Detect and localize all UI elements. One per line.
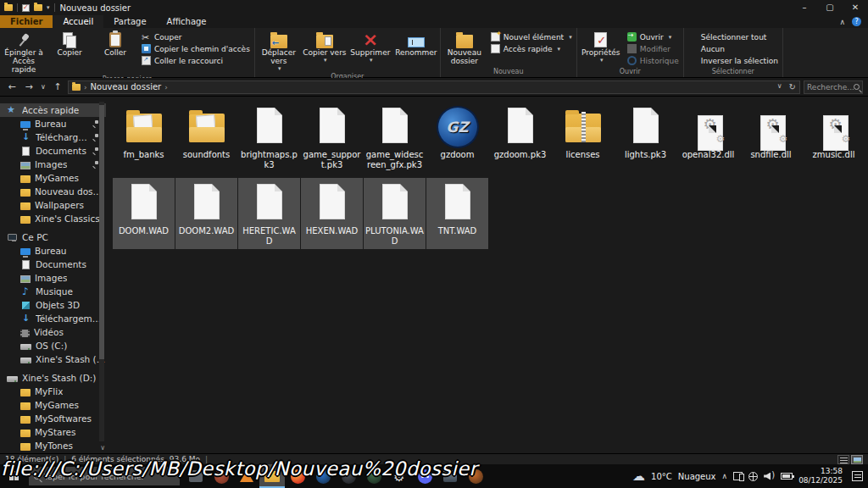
sidebar-item-mygames[interactable]: MyGames	[0, 171, 106, 185]
sidebar-scroll-down-icon[interactable]: ∨	[100, 444, 105, 452]
battery-icon[interactable]	[781, 473, 793, 480]
details-view-button[interactable]	[837, 455, 849, 464]
volume-icon[interactable]	[764, 472, 775, 481]
history-button[interactable]: Historique	[625, 55, 682, 66]
file-zmusic[interactable]: zmusic.dll	[803, 102, 865, 173]
invert-selection-button[interactable]: Inverser la sélection	[686, 55, 781, 66]
sidebar-scrollbar-thumb[interactable]	[99, 105, 104, 359]
file-fm-banks[interactable]: fm_banks	[113, 102, 175, 173]
tab-home[interactable]: Accueil	[53, 15, 103, 28]
sidebar-item-pc-telechargements[interactable]: Téléchargements	[0, 312, 106, 325]
sidebar-item-nouveau-dossier-2[interactable]: Nouveau dossier (2)	[0, 185, 106, 198]
sidebar-item-pc-images[interactable]: Images	[0, 271, 106, 285]
large-icons-view-button[interactable]	[851, 455, 863, 464]
sidebar-item-mysoftwares[interactable]: MySoftwares	[0, 412, 106, 425]
dll-icon	[812, 105, 856, 149]
refresh-icon[interactable]: ↻	[789, 82, 796, 92]
maximize-button[interactable]: ▢	[817, 0, 843, 15]
paste-button[interactable]: Coller	[93, 30, 137, 58]
sidebar-this-pc[interactable]: Ce PC	[0, 230, 106, 244]
help-icon[interactable]: ?	[852, 17, 861, 26]
sidebar-item-documents[interactable]: Documents	[0, 144, 106, 158]
new-folder-button[interactable]: Nouveau dossier	[442, 30, 487, 66]
file-gzdoom-pk3[interactable]: gzdoom.pk3	[489, 102, 551, 173]
easy-access-button[interactable]: Accès rapide	[488, 43, 575, 54]
sidebar-item-pc-bureau[interactable]: Bureau	[0, 244, 106, 258]
sidebar-item-xines-stash-d[interactable]: Xine's Stash (D:)	[0, 352, 106, 366]
sidebar-item-mystares[interactable]: MyStares	[0, 425, 106, 439]
copy-button[interactable]: Copier	[47, 30, 92, 58]
tab-share[interactable]: Partage	[103, 15, 156, 28]
hidden-icons-chevron[interactable]: ∧	[722, 472, 728, 480]
tab-view[interactable]: Affichage	[157, 15, 217, 28]
sidebar-item-images[interactable]: Images	[0, 158, 106, 171]
file-gzdoom-exe[interactable]: gzdoom	[426, 102, 488, 173]
sidebar-item-mygames-d[interactable]: MyGames	[0, 398, 106, 412]
file-sndfile[interactable]: sndfile.dll	[740, 102, 802, 173]
action-center-icon[interactable]	[852, 471, 863, 481]
delete-button[interactable]: Supprimer	[348, 30, 392, 64]
file-game-support[interactable]: game_support.pk3	[301, 102, 363, 173]
phone-link-icon[interactable]	[733, 472, 743, 480]
file-hexen-wad[interactable]: HEXEN.WAD	[301, 178, 363, 249]
new-folder-qat-icon[interactable]	[34, 4, 42, 11]
file-doom2-wad[interactable]: DOOM2.WAD	[175, 178, 237, 249]
network-icon[interactable]	[748, 472, 758, 481]
file-heretic-wad[interactable]: HERETIC.WAD	[238, 178, 300, 249]
back-icon[interactable]: ←	[5, 81, 19, 92]
sidebar-item-mytones[interactable]: MyTones	[0, 439, 106, 452]
taskbar-clock[interactable]: 13:58 08/12/2025	[798, 467, 843, 486]
copy-path-button[interactable]: Copier le chemin d'accès	[139, 43, 253, 54]
select-all-button[interactable]: Sélectionner tout	[686, 31, 781, 42]
sidebar-item-telechargements[interactable]: Téléchargements	[0, 130, 106, 144]
sidebar-item-pc-musique[interactable]: Musique	[0, 285, 106, 298]
sidebar-quick-access[interactable]: Accès rapide	[0, 103, 106, 117]
paste-shortcut-button[interactable]: Coller le raccourci	[139, 55, 253, 66]
breadcrumb-folder[interactable]: Nouveau dossier	[91, 82, 162, 92]
address-bar[interactable]: Nouveau dossier ∨ ↻	[68, 80, 800, 94]
search-input[interactable]	[807, 83, 854, 92]
edit-button[interactable]: Modifier	[625, 43, 682, 54]
sidebar-item-xines-classics[interactable]: Xine's Classics	[0, 212, 106, 225]
file-tnt-wad[interactable]: TNT.WAD	[426, 178, 488, 249]
file-doom-wad[interactable]: DOOM.WAD	[113, 178, 175, 249]
sidebar-item-bureau[interactable]: Bureau	[0, 117, 106, 130]
minimize-button[interactable]: –	[792, 0, 817, 15]
file-brightmaps[interactable]: brightmaps.pk3	[238, 102, 300, 173]
copy-to-button[interactable]: Copier vers	[303, 30, 347, 64]
forward-icon[interactable]: →	[22, 81, 36, 92]
sidebar-item-pc-objets3d[interactable]: Objets 3D	[0, 298, 106, 312]
sidebar-item-os-c[interactable]: OS (C:)	[0, 339, 106, 352]
address-dropdown-icon[interactable]: ∨	[777, 82, 782, 92]
properties-qat-icon[interactable]	[22, 4, 30, 12]
sidebar-drive-d[interactable]: Xine's Stash (D:)	[0, 371, 106, 385]
recent-locations-icon[interactable]: ∨	[39, 83, 47, 91]
open-button[interactable]: Ouvrir	[625, 31, 682, 42]
pin-to-quick-access-button[interactable]: Épingler à Accès rapide	[2, 30, 46, 75]
up-icon[interactable]: ↑	[51, 81, 64, 92]
properties-button[interactable]: Propriétés	[579, 30, 623, 64]
sidebar-item-wallpapers[interactable]: Wallpapers	[0, 198, 106, 212]
move-to-button[interactable]: ← Déplacer vers	[257, 30, 301, 72]
weather-temp[interactable]: 10°C	[651, 472, 672, 481]
select-none-button[interactable]: Aucun	[686, 43, 781, 54]
sidebar-item-myflix[interactable]: MyFlix	[0, 385, 106, 398]
explorer-search-box[interactable]	[804, 80, 863, 94]
file-lights[interactable]: lights.pk3	[615, 102, 676, 173]
file-plutonia-wad[interactable]: PLUTONIA.WAD	[364, 178, 426, 249]
file-list[interactable]: fm_banks soundfonts brightmaps.pk3 game_…	[106, 97, 868, 453]
collapse-ribbon-icon[interactable]: ∧	[839, 18, 845, 26]
tab-file[interactable]: Fichier	[0, 15, 53, 28]
file-soundfonts[interactable]: soundfonts	[175, 102, 237, 173]
new-item-button[interactable]: Nouvel élément	[488, 31, 575, 42]
sidebar-item-pc-videos[interactable]: Vidéos	[0, 325, 106, 339]
cut-button[interactable]: Couper	[139, 31, 253, 42]
weather-condition[interactable]: Nuageux	[678, 472, 716, 481]
file-licenses[interactable]: licenses	[552, 102, 614, 173]
close-button[interactable]: ✕	[843, 0, 868, 15]
qat-customize-icon[interactable]: ▾	[47, 4, 50, 11]
rename-button[interactable]: Renommer	[394, 30, 438, 58]
file-game-widescreen[interactable]: game_widescreen_gfx.pk3	[364, 102, 426, 173]
file-openal32[interactable]: openal32.dll	[677, 102, 739, 173]
sidebar-item-pc-documents[interactable]: Documents	[0, 258, 106, 271]
